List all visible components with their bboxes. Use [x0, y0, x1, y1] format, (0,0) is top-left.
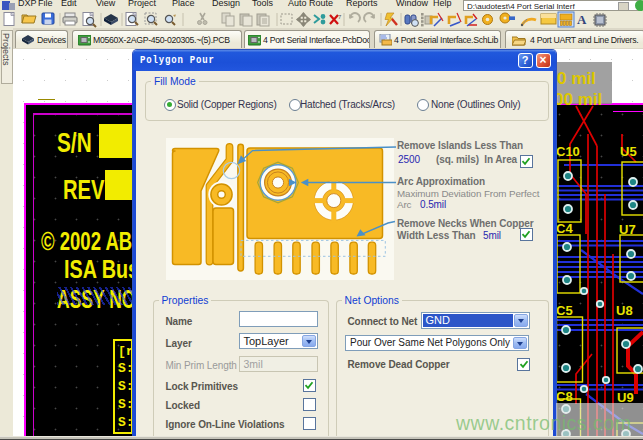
svg-text:U7: U7 [619, 222, 636, 237]
svg-text:C8: C8 [556, 389, 573, 404]
svg-text:U5: U5 [620, 144, 637, 159]
svg-text:C4: C4 [556, 221, 573, 236]
svg-text:C5: C5 [556, 303, 573, 318]
svg-text:U8: U8 [616, 303, 633, 318]
svg-text:C10: C10 [556, 144, 580, 159]
svg-text:A: A [577, 12, 587, 27]
svg-text:7: 7 [338, 14, 342, 20]
